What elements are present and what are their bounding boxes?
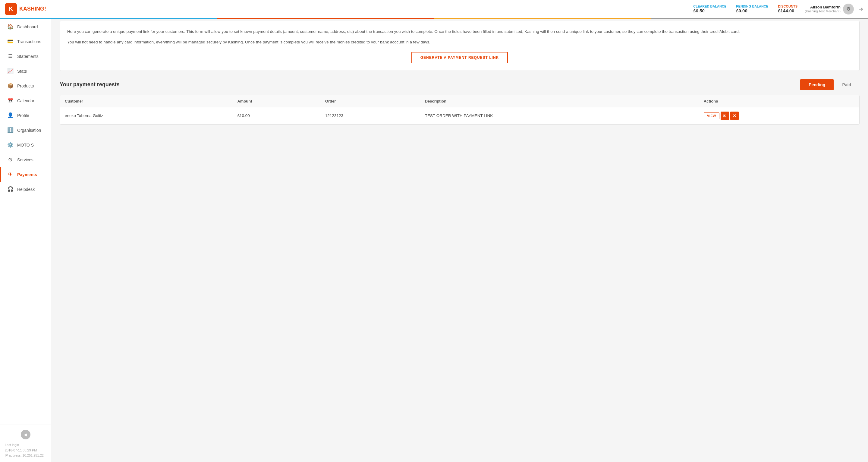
col-order: Order [320,95,420,107]
payment-section-header: Your payment requests Pending Paid [60,79,860,90]
avatar-icon: ⚙ [846,6,850,12]
products-icon: 📦 [7,83,13,89]
sidebar-item-services[interactable]: ⊙ Services [0,152,51,167]
user-info: Alison Bamforth (Kashing Test Merchant) [805,5,841,13]
topbar-stats: CLEARED BALANCE £6.50 PENDING BALANCE £0… [693,4,798,13]
discounts-value: £144.00 [778,8,794,13]
color-bar-blue [0,18,217,19]
logo-icon: K [5,3,17,15]
sidebar-item-label: Calendar [17,98,34,103]
cell-order: 12123123 [320,107,420,124]
ip-value: 10.251.251.22 [23,454,44,457]
avatar: ⚙ [843,4,854,15]
sidebar-item-stats[interactable]: 📈 Stats [0,64,51,79]
toggle-icon: ◀ [24,432,27,437]
main-content: Payment Requests Here you can generate a… [51,0,868,462]
tab-group: Pending Paid [800,79,860,90]
calendar-icon: 📅 [7,97,13,104]
col-customer: Customer [60,95,232,107]
info-para-2: You will not need to handle any card inf… [67,39,852,46]
sidebar-item-label: Transactions [17,39,41,44]
sidebar-item-label: Services [17,157,33,162]
generate-payment-link-button[interactable]: GENERATE A PAYMENT REQUEST LINK [411,52,508,63]
sidebar-item-label: Profile [17,113,29,118]
sidebar-item-label: Products [17,84,34,88]
last-login-label: Last login [5,442,46,448]
generate-btn-wrap: GENERATE A PAYMENT REQUEST LINK [67,52,852,63]
sidebar-item-calendar[interactable]: 📅 Calendar [0,93,51,108]
topbar-user: Alison Bamforth (Kashing Test Merchant) … [805,4,863,15]
organisation-icon: ℹ️ [7,127,13,133]
user-name: Alison Bamforth [805,5,841,9]
pending-balance-label: PENDING BALANCE [736,4,768,8]
sidebar-item-organisation[interactable]: ℹ️ Organisation [0,123,51,138]
color-bar-yellow [434,18,651,19]
sidebar-item-statements[interactable]: ☰ Statements [0,49,51,64]
tab-pending[interactable]: Pending [800,79,834,90]
section-title: Your payment requests [60,81,120,88]
ip-label: IP address: [5,454,22,457]
discounts-label: DISCOUNTS [778,4,798,8]
cell-description: TEST ORDER WITH PAYMENT LINK [420,107,699,124]
sidebar-item-label: Helpdesk [17,187,35,192]
email-icon: ✉ [723,113,726,118]
topbar-logo-area: K KASHING! [5,3,56,15]
sidebar-item-label: Stats [17,69,27,74]
action-cell: VIEW ✉ ✕ [704,112,855,120]
ip-address: IP address: 10.251.251.22 [5,453,46,458]
stats-icon: 📈 [7,68,13,74]
sidebar-item-label: MOTO S [17,143,34,147]
sidebar-nav: 🏠 Dashboard 💳 Transactions ☰ Statements … [0,19,51,425]
color-bar-gray [651,18,868,19]
logo-text: KASHING! [19,6,46,12]
user-sub: (Kashing Test Merchant) [805,9,841,13]
logout-icon[interactable]: ➜ [859,6,863,12]
topbar: K KASHING! CLEARED BALANCE £6.50 PENDING… [0,0,868,18]
sidebar-item-transactions[interactable]: 💳 Transactions [0,34,51,49]
color-bar [0,18,868,19]
info-para-1: Here you can generate a unique payment l… [67,28,852,35]
sidebar-item-payments[interactable]: ✈ Payments [0,167,51,182]
delete-button[interactable]: ✕ [730,112,739,120]
pending-balance-stat: PENDING BALANCE £0.00 [736,4,768,13]
profile-icon: 👤 [7,112,13,118]
sidebar-item-profile[interactable]: 👤 Profile [0,108,51,123]
email-button[interactable]: ✉ [721,112,729,120]
cleared-balance-label: CLEARED BALANCE [693,4,726,8]
sidebar-item-dashboard[interactable]: 🏠 Dashboard [0,19,51,34]
sidebar-item-label: Payments [17,172,37,177]
helpdesk-icon: 🎧 [7,186,13,193]
sidebar-item-label: Statements [17,54,38,59]
payment-table: Customer Amount Order Description Action… [60,95,860,124]
tab-paid[interactable]: Paid [834,79,860,90]
sidebar-item-label: Organisation [17,128,41,133]
cell-actions: VIEW ✉ ✕ [699,107,859,124]
dashboard-icon: 🏠 [7,24,13,30]
info-box: Here you can generate a unique payment l… [60,21,860,71]
cleared-balance-value: £6.50 [693,8,705,13]
cell-amount: £10.00 [232,107,320,124]
last-login-info: Last login 2016-07-11 06:29 PM IP addres… [5,441,46,458]
table-header-row: Customer Amount Order Description Action… [60,95,859,107]
payments-icon: ✈ [7,171,13,178]
delete-icon: ✕ [733,113,736,118]
col-amount: Amount [232,95,320,107]
motos-icon: ⚙️ [7,142,13,148]
last-login-date: 2016-07-11 06:29 PM [5,448,46,453]
pending-balance-value: £0.00 [736,8,747,13]
cell-customer: eneko Taberna Goitiz [60,107,232,124]
sidebar-toggle-button[interactable]: ◀ [21,430,30,439]
discounts-stat: DISCOUNTS £144.00 [778,4,798,13]
sidebar: 🏠 Dashboard 💳 Transactions ☰ Statements … [0,19,51,462]
sidebar-item-helpdesk[interactable]: 🎧 Helpdesk [0,182,51,197]
sidebar-item-motos[interactable]: ⚙️ MOTO S [0,138,51,152]
col-actions: Actions [699,95,859,107]
color-bar-orange [217,18,434,19]
sidebar-footer: ◀ Last login 2016-07-11 06:29 PM IP addr… [0,425,51,462]
cleared-balance-stat: CLEARED BALANCE £6.50 [693,4,726,13]
view-button[interactable]: VIEW [704,113,719,119]
transactions-icon: 💳 [7,38,13,45]
sidebar-item-products[interactable]: 📦 Products [0,79,51,93]
sidebar-item-label: Dashboard [17,24,38,29]
col-description: Description [420,95,699,107]
